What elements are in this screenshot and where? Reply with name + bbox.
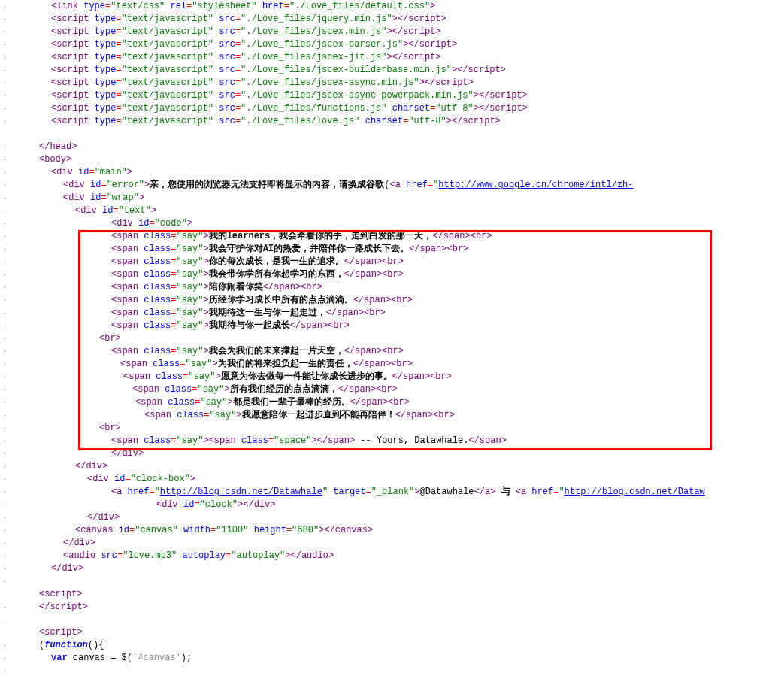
code-line[interactable]: <span class="say">我会带你学所有你想学习的东西，</span>… bbox=[9, 268, 784, 281]
code-line[interactable]: </div> bbox=[9, 537, 784, 550]
gutter-dash: - bbox=[0, 639, 9, 652]
gutter-dash: - bbox=[0, 652, 9, 665]
code-line[interactable] bbox=[9, 614, 784, 626]
gutter-dash: - bbox=[0, 601, 9, 614]
code-line[interactable]: <span class="say">我期待与你一起成长</span><br> bbox=[9, 320, 784, 332]
code-line[interactable]: <script type="text/javascript" src="./Lo… bbox=[9, 89, 784, 102]
code-line[interactable]: <span class="say">愿意为你去做每一件能让你成长进步的事。</s… bbox=[9, 371, 784, 383]
gutter-dash: - bbox=[0, 320, 9, 332]
gutter-dash: - bbox=[0, 64, 9, 77]
gutter-dash: - bbox=[0, 179, 9, 192]
code-line[interactable]: <a href="http://blog.csdn.net/Datawhale"… bbox=[9, 486, 784, 499]
code-line[interactable]: <script type="text/javascript" src="./Lo… bbox=[9, 38, 784, 51]
code-line[interactable]: <script> bbox=[9, 588, 784, 601]
gutter-dash: - bbox=[0, 217, 9, 230]
code-line[interactable]: <div id="main"> bbox=[9, 166, 784, 179]
gutter-dash: - bbox=[0, 307, 9, 320]
gutter-dash: - bbox=[0, 486, 9, 499]
code-line[interactable]: </div> bbox=[9, 562, 784, 575]
gutter-dash: - bbox=[0, 243, 9, 256]
code-line[interactable]: </head> bbox=[9, 141, 784, 153]
code-line[interactable]: <body> bbox=[9, 153, 784, 166]
code-line[interactable]: <span class="say">我的learners，我会牵着你的手，走到白… bbox=[9, 230, 784, 243]
code-line[interactable]: <script type="text/javascript" src="./Lo… bbox=[9, 115, 784, 128]
code-line[interactable]: <span class="say">陪你闹看你笑</span><br> bbox=[9, 281, 784, 294]
code-line[interactable]: <script type="text/javascript" src="./Lo… bbox=[9, 102, 784, 115]
gutter-dash: - bbox=[0, 562, 9, 575]
editor-viewport: - - - - - - - - - - - - - - - - - - - - … bbox=[0, 0, 784, 685]
gutter-dash: - bbox=[0, 332, 9, 345]
gutter-empty bbox=[0, 626, 9, 639]
gutter-dash: - bbox=[0, 371, 9, 383]
gutter-dash: - bbox=[0, 537, 9, 550]
code-line[interactable]: (function(){ bbox=[9, 639, 784, 652]
code-line[interactable]: <span class="say"><span class="space"></… bbox=[9, 435, 784, 447]
code-line[interactable]: <script type="text/javascript" src="./Lo… bbox=[9, 26, 784, 38]
code-area[interactable]: <link type="text/css" rel="stylesheet" h… bbox=[9, 0, 784, 685]
code-line[interactable]: <span class="say">你的每次成长，是我一生的追求。</span>… bbox=[9, 256, 784, 268]
gutter-dash: - bbox=[0, 166, 9, 179]
code-line[interactable]: <script type="text/javascript" src="./Lo… bbox=[9, 51, 784, 64]
gutter-dash: - bbox=[0, 422, 9, 435]
gutter-dash: - bbox=[0, 396, 9, 409]
code-line[interactable]: <div id="error">亲，您使用的浏览器无法支持即将显示的内容，请换成… bbox=[9, 179, 784, 192]
code-line[interactable]: </div> bbox=[9, 511, 784, 524]
gutter: - - - - - - - - - - - - - - - - - - - - … bbox=[0, 0, 9, 685]
gutter-dash: - bbox=[0, 473, 9, 486]
code-line[interactable]: <span class="say">为我们的将来担负起一生的责任，</span>… bbox=[9, 358, 784, 371]
gutter-dash: - bbox=[0, 435, 9, 447]
code-line[interactable]: </div> bbox=[9, 447, 784, 460]
code-line[interactable]: <span class="say">我期待这一生与你一起走过，</span><b… bbox=[9, 307, 784, 320]
code-line[interactable]: <span class="say">我会守护你对AI的热爱，并陪伴你一路成长下去… bbox=[9, 243, 784, 256]
code-line[interactable]: <script type="text/javascript" src="./Lo… bbox=[9, 64, 784, 77]
gutter-dash: - bbox=[0, 77, 9, 89]
code-line[interactable]: var canvas = $('#canvas'); bbox=[9, 652, 784, 665]
code-line[interactable] bbox=[9, 575, 784, 588]
code-line[interactable]: <div id="clock-box"> bbox=[9, 473, 784, 486]
gutter-dash: - bbox=[0, 268, 9, 281]
code-line[interactable]: <span class="say">历经你学习成长中所有的点点滴滴。</span… bbox=[9, 294, 784, 307]
gutter-dash: - bbox=[0, 281, 9, 294]
code-line[interactable]: <span class="say">我愿意陪你一起进步直到不能再陪伴！</spa… bbox=[9, 409, 784, 422]
code-line[interactable] bbox=[9, 128, 784, 141]
code-line[interactable]: <div id="wrap"> bbox=[9, 192, 784, 205]
code-line[interactable]: <div id="clock"></div> bbox=[9, 499, 784, 511]
code-line[interactable]: <script type="text/javascript" src="./Lo… bbox=[9, 13, 784, 26]
gutter-dash: - bbox=[0, 665, 9, 677]
gutter-dash: - bbox=[0, 0, 9, 13]
gutter-dash: - bbox=[0, 358, 9, 371]
gutter-dash: - bbox=[0, 345, 9, 358]
gutter-dash: - bbox=[0, 499, 9, 511]
gutter-dash: - bbox=[0, 38, 9, 51]
code-line[interactable]: <script> bbox=[9, 626, 784, 639]
gutter-dash: - bbox=[0, 192, 9, 205]
gutter-dash: - bbox=[0, 89, 9, 102]
gutter-dash: - bbox=[0, 294, 9, 307]
gutter-dash: - bbox=[0, 383, 9, 396]
code-line[interactable]: <audio src="love.mp3" autoplay="autoplay… bbox=[9, 550, 784, 562]
code-line[interactable]: </div> bbox=[9, 460, 784, 473]
gutter-dash: - bbox=[0, 575, 9, 588]
code-line[interactable]: <span class="say">都是我们一辈子最棒的经历。</span><b… bbox=[9, 396, 784, 409]
gutter-empty bbox=[0, 588, 9, 601]
gutter-dash: - bbox=[0, 524, 9, 537]
gutter-dash: - bbox=[0, 409, 9, 422]
gutter-dash: - bbox=[0, 205, 9, 217]
gutter-dash: - bbox=[0, 511, 9, 524]
code-line[interactable]: <link type="text/css" rel="stylesheet" h… bbox=[9, 0, 784, 13]
code-line[interactable]: </script> bbox=[9, 601, 784, 614]
gutter-dash: - bbox=[0, 26, 9, 38]
code-line[interactable]: <span class="say">所有我们经历的点点滴滴，</span><br… bbox=[9, 383, 784, 396]
gutter-dash: - bbox=[0, 614, 9, 626]
gutter-dash: - bbox=[0, 460, 9, 473]
code-line[interactable]: <br> bbox=[9, 422, 784, 435]
code-line[interactable]: <br> bbox=[9, 332, 784, 345]
code-line[interactable]: <span class="say">我会为我们的未来撑起一片天空，</span>… bbox=[9, 345, 784, 358]
gutter-dash: - bbox=[0, 115, 9, 128]
code-line[interactable]: <div id="code"> bbox=[9, 217, 784, 230]
gutter-dash: - bbox=[0, 141, 9, 153]
gutter-dash: - bbox=[0, 230, 9, 243]
code-line[interactable]: <script type="text/javascript" src="./Lo… bbox=[9, 77, 784, 89]
code-line[interactable]: <div id="text"> bbox=[9, 205, 784, 217]
code-line[interactable]: <canvas id="canvas" width="1100" height=… bbox=[9, 524, 784, 537]
